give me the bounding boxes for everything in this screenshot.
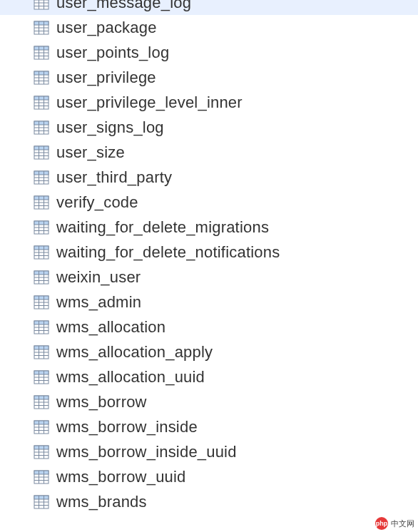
svg-rect-25	[34, 96, 49, 100]
table-name-label: waiting_for_delete_notifications	[56, 243, 280, 262]
table-name-label: user_third_party	[56, 168, 172, 187]
table-item[interactable]: user_message_log	[0, 0, 418, 15]
svg-rect-0	[34, 0, 49, 9]
table-item[interactable]: wms_allocation_uuid	[0, 364, 418, 389]
table-name-label: user_package	[56, 19, 157, 37]
table-item[interactable]: wms_admin	[0, 290, 418, 314]
table-icon	[34, 469, 49, 485]
table-icon	[34, 494, 49, 510]
table-name-label: wms_borrow	[56, 393, 147, 411]
svg-rect-73	[34, 296, 49, 300]
table-item[interactable]: user_points_log	[0, 40, 418, 65]
database-table-list: user_message_log user_package user_point…	[0, 0, 418, 514]
table-icon	[34, 70, 49, 86]
svg-rect-97	[34, 396, 49, 399]
table-icon	[34, 369, 49, 385]
svg-rect-37	[34, 146, 49, 150]
svg-rect-7	[34, 21, 49, 25]
table-name-label: verify_code	[56, 193, 138, 212]
table-name-label: user_signs_log	[56, 118, 164, 137]
table-name-label: wms_allocation_apply	[56, 343, 213, 362]
table-icon	[34, 0, 49, 11]
table-icon	[34, 220, 49, 235]
table-item[interactable]: wms_brands	[0, 489, 418, 514]
watermark-badge: php	[375, 517, 388, 530]
table-name-label: wms_borrow_inside	[56, 418, 198, 436]
table-icon	[34, 270, 49, 285]
table-name-label: wms_borrow_inside_uuid	[56, 443, 237, 461]
svg-rect-55	[34, 221, 49, 225]
table-name-label: wms_allocation	[56, 318, 165, 337]
table-item[interactable]: weixin_user	[0, 265, 418, 290]
table-item[interactable]: verify_code	[0, 190, 418, 215]
table-name-label: user_privilege_level_inner	[56, 93, 243, 112]
table-item[interactable]: user_privilege_level_inner	[0, 90, 418, 115]
table-item[interactable]: wms_allocation	[0, 314, 418, 339]
table-icon	[34, 344, 49, 360]
table-item[interactable]: user_third_party	[0, 165, 418, 190]
svg-rect-49	[34, 196, 49, 200]
svg-rect-61	[34, 246, 49, 250]
svg-rect-19	[34, 71, 49, 75]
table-item[interactable]: wms_borrow	[0, 389, 418, 414]
svg-rect-109	[34, 446, 49, 449]
watermark: php 中文网	[373, 516, 417, 531]
table-icon	[34, 170, 49, 185]
svg-rect-67	[34, 271, 49, 275]
table-icon	[34, 394, 49, 410]
svg-rect-31	[34, 121, 49, 125]
table-name-label: wms_allocation_uuid	[56, 368, 205, 387]
table-name-label: weixin_user	[56, 268, 141, 287]
table-name-label: user_message_log	[56, 0, 191, 12]
table-icon	[34, 120, 49, 135]
svg-rect-85	[34, 346, 49, 349]
table-icon	[34, 95, 49, 111]
table-icon	[34, 319, 49, 335]
svg-rect-91	[34, 371, 49, 374]
svg-rect-13	[34, 46, 49, 50]
table-name-label: wms_admin	[56, 293, 141, 312]
table-item[interactable]: user_signs_log	[0, 115, 418, 140]
table-item[interactable]: wms_borrow_inside_uuid	[0, 439, 418, 464]
table-icon	[34, 295, 49, 310]
table-icon	[34, 195, 49, 210]
table-icon	[34, 45, 49, 61]
table-icon	[34, 20, 49, 36]
table-name-label: waiting_for_delete_migrations	[56, 218, 269, 237]
table-icon	[34, 145, 49, 160]
table-name-label: user_privilege	[56, 68, 156, 87]
svg-rect-79	[34, 321, 49, 324]
table-item[interactable]: waiting_for_delete_notifications	[0, 240, 418, 265]
svg-rect-121	[34, 496, 49, 499]
svg-rect-103	[34, 421, 49, 424]
table-item[interactable]: wms_borrow_uuid	[0, 464, 418, 489]
svg-rect-43	[34, 171, 49, 175]
table-item[interactable]: user_size	[0, 140, 418, 165]
table-item[interactable]: wms_allocation_apply	[0, 339, 418, 364]
table-name-label: wms_brands	[56, 493, 147, 511]
table-item[interactable]: user_privilege	[0, 65, 418, 90]
table-name-label: wms_borrow_uuid	[56, 468, 186, 486]
table-name-label: user_size	[56, 143, 125, 162]
table-icon	[34, 444, 49, 460]
table-icon	[34, 245, 49, 260]
watermark-text: 中文网	[391, 518, 414, 529]
table-item[interactable]: wms_borrow_inside	[0, 414, 418, 439]
table-item[interactable]: user_package	[0, 15, 418, 40]
table-icon	[34, 419, 49, 435]
table-item[interactable]: waiting_for_delete_migrations	[0, 215, 418, 240]
table-name-label: user_points_log	[56, 44, 169, 62]
svg-rect-115	[34, 471, 49, 474]
